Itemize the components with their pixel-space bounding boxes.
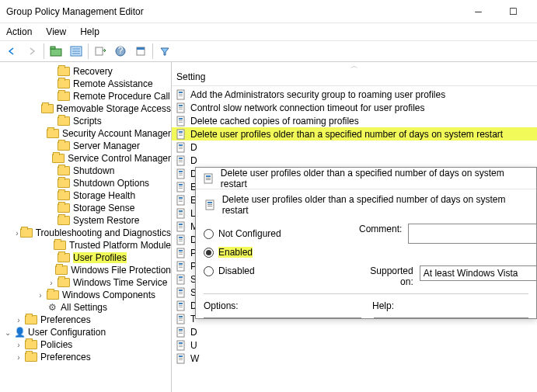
export-button[interactable] (92, 43, 109, 60)
svg-rect-46 (179, 201, 183, 202)
help-pane: This policy setting allows an administra… (374, 317, 528, 319)
folder-icon (58, 79, 70, 88)
policy-icon (176, 287, 187, 298)
help-button[interactable]: ? (112, 43, 129, 60)
chevron-right-icon[interactable]: › (47, 278, 56, 287)
tree-item-label: Remote Assistance (73, 78, 153, 89)
svg-rect-97 (206, 178, 211, 179)
tree-item[interactable]: Trusted Platform Module (0, 239, 171, 252)
policy-icon (176, 208, 187, 219)
tree-item[interactable]: ›Windows Components (0, 289, 171, 301)
tree-item[interactable]: ⚙All Settings (0, 301, 171, 314)
comment-input[interactable] (408, 224, 537, 244)
tree-item[interactable]: Shutdown (0, 165, 171, 177)
tree-item[interactable]: ⌄👤User Configuration (0, 326, 171, 338)
radio-disabled[interactable]: Disabled (204, 265, 359, 276)
setting-label: W (190, 353, 199, 364)
chevron-right-icon[interactable]: › (14, 352, 23, 362)
tree-item[interactable]: User Profiles (0, 252, 171, 264)
spacer (47, 203, 56, 213)
chevron-right-icon[interactable]: › (14, 340, 23, 349)
setting-row[interactable]: D (172, 154, 537, 167)
chevron-right-icon[interactable]: › (16, 228, 18, 238)
setting-row[interactable]: D (172, 140, 537, 154)
tree-item-label: User Profiles (73, 252, 127, 263)
tree-item[interactable]: Recovery (0, 65, 171, 78)
tree-item[interactable]: ›Troubleshooting and Diagnostics (0, 227, 171, 239)
svg-rect-28 (179, 144, 183, 146)
setting-row[interactable]: Delete user profiles older than a specif… (172, 127, 537, 140)
tree-item[interactable]: Shutdown Options (0, 177, 171, 189)
menu-help[interactable]: Help (80, 26, 99, 37)
policy-icon (176, 314, 187, 324)
setting-row[interactable]: Control slow network connection timeout … (172, 101, 537, 114)
forward-button[interactable] (23, 43, 40, 60)
maximize-button[interactable]: ☐ (496, 1, 531, 23)
tree-item[interactable]: Storage Health (0, 189, 171, 202)
tree-item[interactable]: Remote Assistance (0, 78, 171, 90)
tree-item[interactable]: ›Windows Time Service (0, 276, 171, 289)
folder-button[interactable] (47, 43, 65, 60)
svg-rect-37 (179, 173, 183, 174)
folder-icon (47, 290, 59, 300)
tree-item-label: Preferences (40, 314, 91, 325)
tree-item-label: Windows Components (62, 290, 155, 300)
tree-item[interactable]: ›Preferences (0, 351, 171, 363)
tree-item[interactable]: Server Manager (0, 140, 171, 152)
setting-label: D (190, 327, 197, 338)
setting-row[interactable]: D (172, 325, 537, 338)
folder-icon (55, 265, 68, 275)
main-area: RecoveryRemote AssistanceRemote Procedur… (0, 62, 537, 392)
setting-row[interactable]: Add the Administrators security group to… (172, 88, 537, 101)
setting-label: U (190, 340, 197, 351)
setting-label: D (190, 155, 197, 166)
menu-action[interactable]: Action (6, 26, 32, 37)
minimize-button[interactable]: ─ (461, 1, 496, 23)
chevron-right-icon[interactable]: › (14, 315, 23, 324)
radio-label: Not Configured (218, 228, 281, 239)
setting-row[interactable]: U (172, 338, 537, 352)
tree-item[interactable]: Windows File Protection (0, 264, 171, 276)
svg-rect-57 (179, 239, 183, 240)
tree-item-label: Windows Time Service (73, 277, 167, 288)
tree-item[interactable]: Security Account Manager (0, 127, 171, 140)
setting-row[interactable]: W (172, 352, 537, 365)
menu-view[interactable]: View (46, 26, 66, 37)
tree-item[interactable]: ›Preferences (0, 314, 171, 326)
tree-item[interactable]: System Restore (0, 214, 171, 227)
svg-rect-0 (51, 49, 61, 56)
svg-rect-45 (179, 199, 183, 200)
svg-rect-74 (179, 293, 183, 294)
radio-not-configured[interactable]: Not Configured (204, 228, 359, 239)
chevron-right-icon[interactable]: › (36, 290, 45, 300)
spacer (47, 92, 56, 101)
folder-icon (58, 92, 70, 101)
radio-enabled[interactable]: Enabled (204, 247, 359, 258)
spacer (47, 141, 56, 151)
svg-rect-60 (179, 250, 183, 252)
setting-label: Add the Administrators security group to… (190, 89, 445, 100)
folder-icon (58, 278, 70, 287)
svg-rect-40 (179, 184, 183, 186)
tree-item[interactable]: Scripts (0, 115, 171, 127)
policy-icon (204, 198, 218, 212)
setting-row[interactable]: Delete cached copies of roaming profiles (172, 114, 537, 127)
list-button[interactable] (68, 43, 85, 60)
menubar: Action View Help (0, 23, 537, 40)
tree-item-label: All Settings (61, 302, 107, 313)
tree-item[interactable]: Service Control Manager (0, 152, 171, 165)
chevron-down-icon[interactable]: ⌄ (3, 328, 12, 337)
policy-icon (176, 195, 187, 206)
folder-icon (25, 315, 37, 324)
tree-item[interactable]: Removable Storage Access (0, 102, 171, 115)
tree-item-label: Service Control Manager (68, 153, 171, 164)
folder-icon (41, 104, 54, 113)
properties-button[interactable] (132, 43, 149, 60)
filter-button[interactable] (156, 43, 173, 60)
tree-pane[interactable]: RecoveryRemote AssistanceRemote Procedur… (0, 62, 172, 392)
tree-item[interactable]: Storage Sense (0, 202, 171, 214)
tree-item[interactable]: ›Policies (0, 338, 171, 351)
back-button[interactable] (3, 43, 20, 60)
settings-column-header[interactable]: Setting (172, 68, 537, 86)
tree-item[interactable]: Remote Procedure Call (0, 90, 171, 102)
